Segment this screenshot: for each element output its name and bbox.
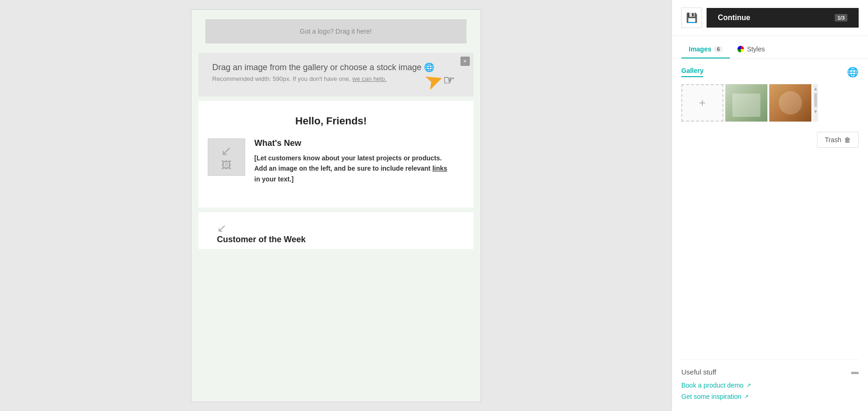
useful-stuff-title: Useful stuff: [681, 368, 716, 376]
trash-row: Trash 🗑: [681, 128, 859, 151]
book-demo-label: Book a product demo: [681, 382, 744, 389]
collapse-icon[interactable]: ▬: [851, 368, 859, 376]
email-canvas: Got a logo? Drag it here! × Drag an imag…: [191, 9, 481, 402]
content-image-placeholder[interactable]: ↙ 🖼: [208, 138, 245, 176]
continue-button[interactable]: Continue 1/3: [707, 8, 859, 28]
placeholder-image-icon: 🖼: [221, 159, 232, 172]
canvas-area: Got a logo? Drag it here! × Drag an imag…: [0, 0, 671, 411]
get-inspiration-ext-icon: ↗: [744, 393, 749, 400]
panel-toolbar: 💾 Continue 1/3: [672, 0, 868, 36]
customer-section: ↙ Customer of the Week: [198, 212, 474, 249]
trash-label: Trash: [825, 136, 841, 144]
content-section: Hello, Friends! ↙ 🖼 What's New [Let cust…: [198, 101, 474, 208]
customer-arrow: ↙: [217, 222, 455, 235]
gallery-grid: + ▲ ▼: [681, 84, 859, 122]
gallery-image-2[interactable]: [769, 84, 811, 122]
whats-new-heading: What's New: [255, 138, 455, 148]
hello-heading: Hello, Friends!: [208, 115, 455, 127]
continue-badge: 1/3: [835, 14, 847, 22]
whats-new-text: What's New [Let customers know about you…: [255, 138, 455, 184]
placeholder-arrow: ↙: [221, 143, 232, 159]
get-inspiration-label: Get some inspiration: [681, 393, 741, 400]
help-link[interactable]: we can help.: [352, 75, 387, 82]
logo-dropzone-label: Got a logo? Drag it here!: [300, 28, 372, 35]
logo-dropzone[interactable]: Got a logo? Drag it here!: [205, 19, 467, 43]
useful-stuff-section: Useful stuff ▬ Book a product demo ↗ Get…: [672, 360, 868, 411]
tab-styles[interactable]: Styles: [730, 41, 772, 58]
save-button[interactable]: 💾: [681, 7, 702, 28]
tab-images[interactable]: Images 6: [681, 41, 730, 58]
right-panel: 💾 Continue 1/3 Images 6 Styles Gallery 🌐…: [671, 0, 868, 411]
book-demo-ext-icon: ↗: [746, 382, 751, 389]
useful-stuff-header: Useful stuff ▬: [681, 368, 859, 376]
image-insert-area: × Drag an image from the gallery or choo…: [198, 53, 474, 96]
globe-icon[interactable]: 🌐: [847, 66, 859, 78]
gallery-image-1[interactable]: [725, 84, 767, 122]
gallery-scrollbar[interactable]: ▲ ▼: [813, 84, 818, 122]
images-tab-count: 6: [714, 46, 722, 52]
whats-new-row: ↙ 🖼 What's New [Let customers know about…: [208, 138, 455, 184]
links-link[interactable]: links: [432, 165, 447, 172]
book-demo-link[interactable]: Book a product demo ↗: [681, 382, 859, 389]
add-icon: +: [699, 96, 706, 109]
gallery-subtabs: Gallery 🌐: [681, 66, 859, 78]
arrow-icon: ➤: [420, 65, 447, 95]
get-inspiration-link[interactable]: Get some inspiration ↗: [681, 393, 859, 400]
scrollbar-thumb[interactable]: [814, 93, 817, 107]
customer-heading: Customer of the Week: [217, 235, 455, 245]
styles-tab-label: Styles: [747, 45, 765, 53]
gallery-tab[interactable]: Gallery: [681, 67, 703, 77]
trash-button[interactable]: Trash 🗑: [817, 132, 859, 148]
scroll-up-arrow[interactable]: ▲: [813, 86, 818, 91]
images-tab-label: Images: [689, 45, 711, 53]
continue-label: Continue: [718, 14, 750, 22]
gallery-section: Gallery 🌐 + ▲ ▼ Trash 🗑: [672, 59, 868, 360]
styles-dot-icon: [737, 46, 744, 52]
save-icon: 💾: [686, 12, 698, 23]
trash-icon: 🗑: [844, 136, 851, 144]
scroll-down-arrow[interactable]: ▼: [813, 109, 818, 114]
panel-tabs: Images 6 Styles: [672, 41, 868, 59]
image-insert-close-button[interactable]: ×: [460, 57, 470, 66]
gallery-add-button[interactable]: +: [681, 84, 723, 122]
whats-new-body: [Let customers know about your latest pr…: [255, 153, 455, 184]
arrow-cursor-container: ➤ ☞: [424, 67, 455, 93]
